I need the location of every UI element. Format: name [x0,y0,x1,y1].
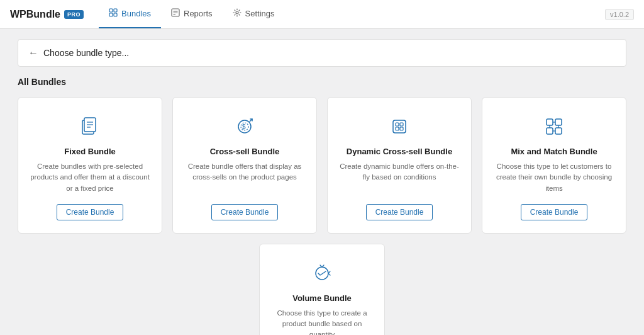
mix-match-bundle-icon [540,113,568,140]
pro-badge: PRO [64,10,84,19]
back-nav[interactable]: ← Choose bundle type... [18,39,626,67]
svg-rect-18 [396,123,399,126]
svg-rect-21 [400,127,403,130]
crosssell-bundle-card: $ Cross-sell Bundle Create bundle offers… [172,97,317,234]
svg-point-30 [316,267,328,280]
bundle-cards-row: Fixed Bundle Create bundles with pre-sel… [18,97,626,234]
mix-match-bundle-card: Mix and Match Bundle Choose this type to… [482,97,626,234]
svg-rect-0 [109,9,113,12]
tab-bundles-label: Bundles [121,9,151,18]
tab-bundles[interactable]: Bundles [99,0,161,28]
crosssell-bundle-title: Cross-sell Bundle [210,147,280,156]
fixed-bundle-title: Fixed Bundle [64,147,116,156]
volume-bundle-title: Volume Bundle [292,293,352,303]
volume-bundle-row: Volume Bundle Choose this type to create… [18,244,626,335]
section-title: All Bundles [18,77,626,87]
main-content: ← Choose bundle type... All Bundles [8,29,636,335]
volume-bundle-desc: Choose this type to create a product bun… [270,308,374,335]
tab-settings-label: Settings [245,9,275,18]
tab-settings[interactable]: Settings [223,0,285,28]
crosssell-bundle-icon: $ [231,113,258,140]
brand: WPBundle PRO [10,9,84,20]
svg-text:$: $ [242,123,246,130]
svg-rect-20 [396,127,399,130]
svg-rect-22 [547,119,553,125]
dynamic-crosssell-bundle-title: Dynamic Cross-sell Bundle [347,147,452,156]
dynamic-crosssell-bundle-card: Dynamic Cross-sell Bundle Create dynamic… [327,97,472,234]
svg-rect-1 [114,9,117,12]
volume-bundle-icon [308,259,336,287]
volume-bundle-card: Volume Bundle Choose this type to create… [259,244,385,335]
crosssell-bundle-create-button[interactable]: Create Bundle [211,204,279,220]
nav-tabs: Bundles Reports [99,0,285,28]
dynamic-crosssell-bundle-desc: Create dynamic bundle offers on-the-fly … [338,161,461,194]
top-nav: WPBundle PRO Bundles [0,0,644,29]
tab-reports[interactable]: Reports [161,0,223,28]
bundles-icon [109,8,118,19]
svg-rect-17 [393,120,406,133]
svg-rect-2 [109,13,113,16]
svg-rect-3 [114,13,117,16]
svg-point-8 [236,11,238,14]
mix-match-bundle-title: Mix and Match Bundle [511,147,597,156]
reports-icon [171,8,180,19]
mix-match-bundle-create-button[interactable]: Create Bundle [521,204,588,220]
svg-rect-24 [547,128,553,134]
crosssell-bundle-desc: Create bundle offers that display as cro… [183,161,306,194]
back-title: Choose bundle type... [43,48,129,58]
svg-rect-23 [555,119,562,125]
mix-match-bundle-desc: Choose this type to let customers to cre… [492,161,616,194]
back-arrow-icon: ← [28,47,38,59]
fixed-bundle-create-button[interactable]: Create Bundle [57,204,124,220]
dynamic-crosssell-bundle-create-button[interactable]: Create Bundle [366,204,433,220]
tab-reports-label: Reports [184,9,213,18]
svg-rect-25 [555,128,562,134]
brand-name: WPBundle [10,9,60,20]
fixed-bundle-card: Fixed Bundle Create bundles with pre-sel… [18,97,162,234]
settings-icon [233,8,242,19]
fixed-bundle-icon [76,113,104,140]
svg-rect-19 [400,123,403,126]
version-badge: v1.0.2 [605,9,634,20]
dynamic-crosssell-bundle-icon [386,113,413,140]
fixed-bundle-desc: Create bundles with pre-selected product… [28,161,152,194]
